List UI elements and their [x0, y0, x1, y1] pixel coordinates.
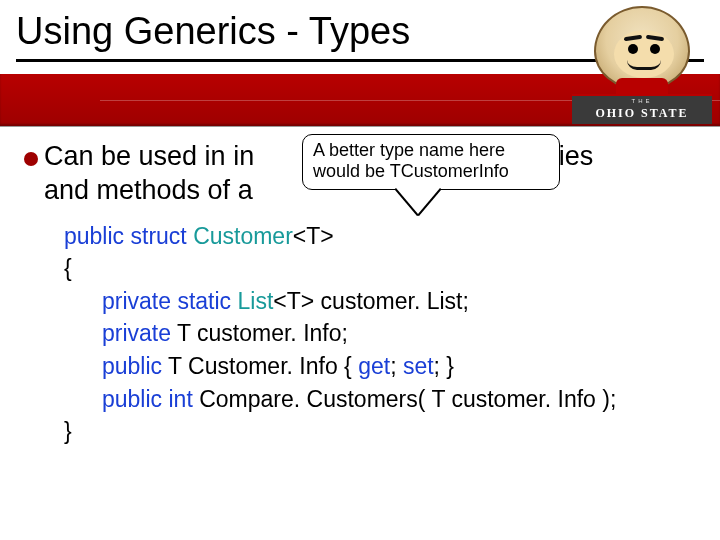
code-brace-open: { — [64, 252, 696, 285]
code-line-5: public int Compare. Customers( T custome… — [102, 383, 696, 416]
slide: Using Generics - Types THE OHIO STATE A … — [0, 0, 720, 540]
code-brace-close: } — [64, 415, 696, 448]
logo-banner: THE OHIO STATE — [572, 94, 712, 124]
ohio-state-logo: THE OHIO STATE — [572, 6, 712, 124]
code-block: public struct Customer<T> { private stat… — [64, 220, 696, 449]
callout-line1: A better type name here — [313, 140, 549, 161]
callout-line2: would be TCustomerInfo — [313, 161, 549, 182]
code-line-3: private T customer. Info; — [102, 317, 696, 350]
bullet-text-prefix: Can be used in in — [44, 141, 254, 171]
callout-box: A better type name here would be TCustom… — [302, 134, 560, 190]
code-line-1: public struct Customer<T> — [64, 220, 696, 253]
logo-main-text: OHIO STATE — [595, 106, 688, 121]
brutus-mascot-icon — [594, 6, 690, 98]
logo-top-text: THE — [572, 98, 712, 104]
bullet-dot-icon — [24, 152, 38, 166]
callout-tail-icon — [396, 188, 440, 214]
code-line-4: public T Customer. Info { get; set; } — [102, 350, 696, 383]
bullet-text-line2: and methods of a — [44, 175, 253, 205]
code-line-2: private static List<T> customer. List; — [102, 285, 696, 318]
